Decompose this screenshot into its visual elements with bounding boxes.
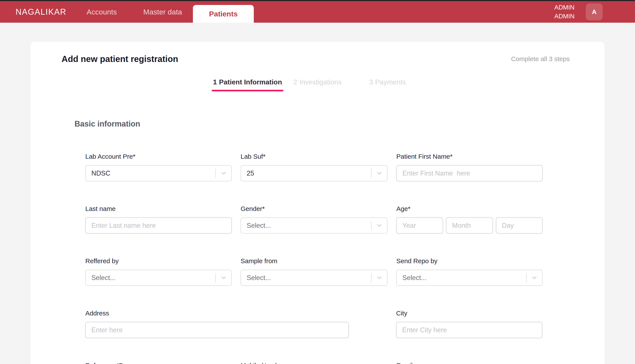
send-repo-by-label: Send Repo by [396, 256, 542, 266]
field-email: Email [396, 361, 542, 364]
patient-form: Lab Account Pre* NDSC Lab Suf* 25 [85, 152, 542, 364]
field-last-name: Last name [85, 204, 232, 234]
age-label: Age* [396, 204, 542, 214]
chevron-down-icon [216, 275, 231, 281]
user-name-line1: ADMIN [554, 3, 574, 12]
sample-from-label: Sample from [241, 256, 387, 266]
gender-label: Gender* [241, 204, 387, 214]
age-month-box [446, 218, 493, 234]
form-row-4: Address City [85, 308, 542, 338]
lab-suf-label: Lab Suf* [241, 152, 387, 161]
card-header: Add new patient registration Complete al… [30, 42, 605, 65]
age-year-box [396, 218, 443, 234]
chevron-down-icon [526, 275, 542, 281]
user-name-line2: ADMIN [554, 12, 574, 21]
age-day-box [496, 218, 542, 234]
registration-card: Add new patient registration Complete al… [30, 42, 605, 364]
step-investigations[interactable]: 2Investigations [283, 77, 352, 87]
active-step-underline [212, 90, 283, 91]
field-mobile-number: Mobile Number [241, 361, 387, 364]
age-year-input[interactable] [397, 222, 443, 230]
gender-value: Select... [241, 222, 371, 230]
patient-first-name-label: Patient First Name* [396, 152, 542, 161]
city-label: City [396, 308, 542, 318]
step-label: Investigations [299, 78, 342, 86]
field-patient-first-name: Patient First Name* [396, 152, 542, 181]
gender-select[interactable]: Select... [241, 218, 387, 234]
email-label: Email [396, 361, 542, 364]
address-box [85, 322, 349, 338]
reffered-by-select[interactable]: Select... [85, 270, 232, 286]
step-label: Patient Information [219, 78, 282, 86]
nav-item-patients-active[interactable]: Patients [193, 5, 254, 23]
nav-item-master-data[interactable]: Master data [143, 1, 182, 23]
age-day-input[interactable] [496, 222, 542, 230]
reference-id-label: Reference ID [85, 361, 232, 364]
step-payments[interactable]: 3Payments [352, 77, 422, 87]
step-patient-information[interactable]: 1Patient Information [213, 77, 283, 87]
city-box [396, 322, 542, 338]
city-input[interactable] [397, 326, 542, 334]
age-inputs [396, 218, 542, 234]
age-month-input[interactable] [446, 222, 492, 230]
patient-first-name-box [396, 165, 542, 181]
form-row-2: Last name Gender* Select... Age* [85, 204, 542, 234]
field-reffered-by: Reffered by Select... [85, 256, 232, 286]
reffered-by-label: Reffered by [85, 256, 232, 266]
mobile-number-label: Mobile Number [241, 361, 387, 364]
stepper: 1Patient Information 2Investigations 3Pa… [30, 77, 605, 87]
field-lab-account-pre: Lab Account Pre* NDSC [85, 152, 232, 181]
last-name-input[interactable] [86, 222, 231, 230]
field-reference-id: Reference ID [85, 361, 232, 364]
reffered-by-value: Select... [86, 274, 215, 282]
field-send-repo-by: Send Repo by Select... [396, 256, 542, 286]
step-number: 3 [369, 78, 373, 86]
field-city: City [396, 308, 542, 338]
lab-account-pre-select[interactable]: NDSC [85, 165, 232, 181]
section-title-basic-information: Basic information [75, 118, 605, 130]
nav-item-accounts[interactable]: Accounts [87, 1, 117, 23]
patient-first-name-input[interactable] [397, 170, 542, 177]
address-input[interactable] [86, 326, 348, 334]
lab-account-pre-label: Lab Account Pre* [85, 152, 232, 161]
sample-from-select[interactable]: Select... [241, 270, 387, 286]
avatar[interactable]: A [586, 4, 602, 20]
page-title: Add new patient registration [62, 53, 178, 65]
lab-suf-value: 25 [241, 170, 371, 177]
chevron-down-icon [371, 170, 387, 176]
user-menu[interactable]: ADMIN ADMIN [554, 1, 574, 23]
chevron-down-icon [371, 275, 387, 281]
field-gender: Gender* Select... [241, 204, 387, 234]
address-label: Address [85, 308, 349, 318]
sample-from-value: Select... [241, 274, 371, 282]
form-row-1: Lab Account Pre* NDSC Lab Suf* 25 [85, 152, 542, 181]
send-repo-by-value: Select... [397, 274, 526, 282]
step-number: 2 [293, 78, 297, 86]
lab-account-pre-value: NDSC [86, 170, 215, 177]
last-name-label: Last name [85, 204, 232, 214]
form-row-3: Reffered by Select... Sample from Select… [85, 256, 542, 286]
chevron-down-icon [216, 170, 231, 176]
app-header: NAGALIKAR Accounts Master data Patients … [0, 1, 635, 23]
brand-logo: NAGALIKAR [16, 1, 67, 23]
lab-suf-select[interactable]: 25 [241, 165, 387, 181]
steps-hint: Complete all 3 steps [511, 55, 570, 62]
field-lab-suf: Lab Suf* 25 [241, 152, 387, 181]
field-age: Age* [396, 204, 542, 234]
form-row-5: Reference ID Mobile Number Email [85, 361, 542, 364]
send-repo-by-select[interactable]: Select... [396, 270, 542, 286]
step-label: Payments [375, 78, 406, 86]
field-sample-from: Sample from Select... [241, 256, 387, 286]
step-number: 1 [213, 78, 217, 86]
last-name-box [85, 218, 232, 234]
chevron-down-icon [371, 222, 387, 228]
field-address: Address [85, 308, 349, 338]
